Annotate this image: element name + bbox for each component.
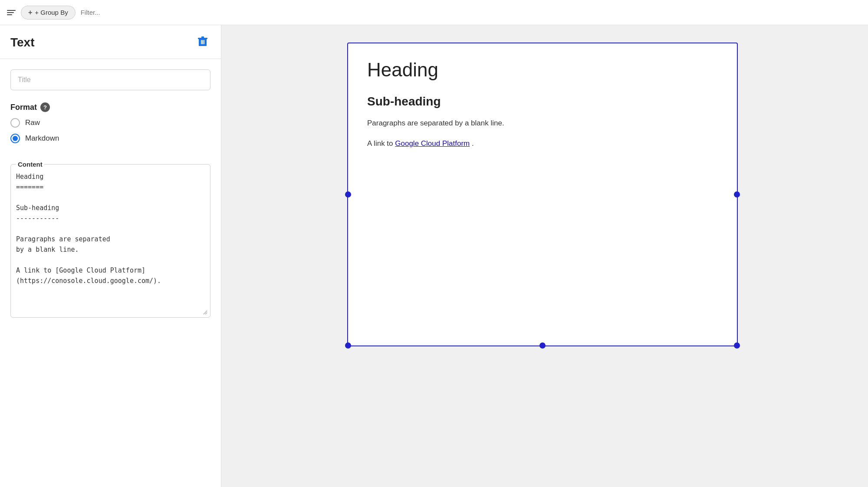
left-panel: Text Format ? xyxy=(0,25,221,487)
content-fieldset: Content Heading ======= Sub-heading ----… xyxy=(10,161,210,318)
panel-header: Text xyxy=(0,25,221,59)
svg-rect-4 xyxy=(202,40,203,44)
handle-bottom-center[interactable] xyxy=(539,342,546,349)
format-label-row: Format ? xyxy=(10,102,210,112)
format-label: Format xyxy=(10,103,37,112)
svg-rect-3 xyxy=(201,40,202,44)
format-radio-group: Raw Markdown xyxy=(10,118,210,143)
content-legend: Content xyxy=(16,161,44,168)
radio-markdown-circle[interactable] xyxy=(10,134,20,143)
handle-right[interactable] xyxy=(734,191,740,197)
preview-paragraph2-prefix: A link to xyxy=(367,139,395,148)
preview-paragraph2-link[interactable]: Google Cloud Platform xyxy=(395,139,470,148)
filter-icon[interactable] xyxy=(7,10,16,15)
handle-left[interactable] xyxy=(345,191,351,197)
radio-markdown[interactable]: Markdown xyxy=(10,134,210,143)
preview-paragraph1: Paragraphs are separated by a blank line… xyxy=(367,117,718,129)
preview-paragraph2-suffix: . xyxy=(472,139,474,148)
preview-heading: Heading xyxy=(367,59,718,81)
group-by-button[interactable]: + + Group By xyxy=(21,6,76,20)
panel-title: Text xyxy=(10,36,35,49)
panel-body: Format ? Raw Markdown xyxy=(0,59,221,328)
handle-bottom-right[interactable] xyxy=(734,342,740,349)
right-panel: Heading Sub-heading Paragraphs are separ… xyxy=(221,25,868,487)
preview-paragraph2: A link to Google Cloud Platform . xyxy=(367,138,718,149)
resize-icon xyxy=(202,309,208,316)
preview-widget: Heading Sub-heading Paragraphs are separ… xyxy=(347,43,738,346)
radio-markdown-label: Markdown xyxy=(25,134,59,143)
resize-handle[interactable] xyxy=(202,309,208,316)
radio-raw-circle[interactable] xyxy=(10,118,20,128)
main-layout: Text Format ? xyxy=(0,25,868,487)
handle-bottom-left[interactable] xyxy=(345,342,351,349)
filter-input[interactable] xyxy=(81,9,168,16)
content-textarea[interactable]: Heading ======= Sub-heading ----------- … xyxy=(11,168,210,316)
trash-icon xyxy=(197,36,208,48)
toolbar: + + Group By xyxy=(0,0,868,25)
group-by-label: + Group By xyxy=(35,9,68,16)
radio-raw[interactable]: Raw xyxy=(10,118,210,128)
radio-raw-label: Raw xyxy=(25,118,40,127)
group-by-plus-icon: + xyxy=(28,9,32,16)
title-input[interactable] xyxy=(10,69,210,90)
help-icon[interactable]: ? xyxy=(40,102,50,112)
delete-button[interactable] xyxy=(195,33,210,52)
svg-rect-5 xyxy=(204,40,204,44)
format-section: Format ? Raw Markdown xyxy=(10,102,210,143)
svg-rect-2 xyxy=(201,36,204,38)
preview-subheading: Sub-heading xyxy=(367,95,718,109)
